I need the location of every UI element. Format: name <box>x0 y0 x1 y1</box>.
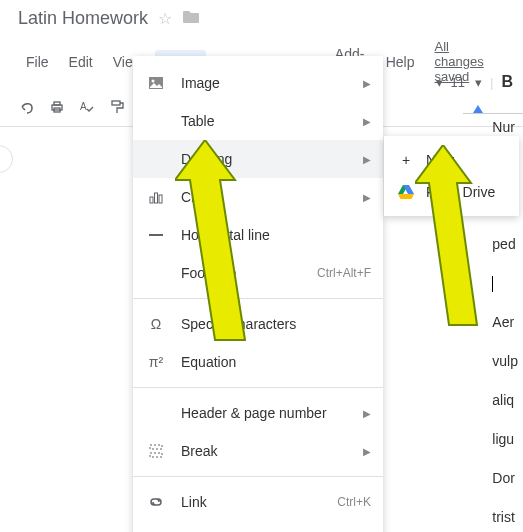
doc-line: vulp <box>492 344 518 379</box>
doc-line: ped <box>492 227 518 262</box>
undo-icon[interactable] <box>18 98 36 116</box>
font-size-dropdown-icon[interactable]: ▾ <box>475 75 482 90</box>
svg-rect-4 <box>112 101 120 105</box>
menu-item-comment: + Comment Ctrl+Alt+M <box>133 521 383 532</box>
bold-button[interactable]: B <box>501 73 513 91</box>
menu-help[interactable]: Help <box>378 50 423 74</box>
menu-file[interactable]: File <box>18 50 57 74</box>
print-icon[interactable] <box>48 98 66 116</box>
plus-icon: + <box>396 152 416 168</box>
header-icon <box>145 402 167 424</box>
chevron-right-icon: ▶ <box>363 408 371 419</box>
menu-label: Equation <box>181 354 371 370</box>
svg-point-6 <box>152 80 155 83</box>
paint-format-icon[interactable] <box>108 98 126 116</box>
chevron-right-icon: ▶ <box>363 446 371 457</box>
menu-label: Table <box>181 113 363 129</box>
svg-rect-7 <box>150 197 153 203</box>
doc-line: Aer <box>492 305 518 340</box>
explore-button[interactable] <box>0 145 13 173</box>
star-icon[interactable]: ☆ <box>158 9 172 28</box>
menu-label: Break <box>181 443 363 459</box>
doc-line: trist <box>492 500 518 532</box>
doc-line: aliq <box>492 383 518 418</box>
toolbar-separator: | <box>490 75 493 90</box>
doc-line: ligu <box>492 422 518 457</box>
horizontal-line-icon <box>145 224 167 246</box>
menu-edit[interactable]: Edit <box>61 50 101 74</box>
menu-item-break[interactable]: Break ▶ <box>133 432 383 470</box>
menu-label: Image <box>181 75 363 91</box>
menu-item-image[interactable]: Image ▶ <box>133 64 383 102</box>
svg-rect-11 <box>150 445 162 449</box>
menu-label: Link <box>181 494 337 510</box>
break-icon <box>145 440 167 462</box>
image-icon <box>145 72 167 94</box>
svg-text:A: A <box>80 101 87 112</box>
folder-icon[interactable] <box>182 9 200 28</box>
table-icon <box>145 110 167 132</box>
chevron-right-icon: ▶ <box>363 78 371 89</box>
pi-icon: π² <box>145 351 167 373</box>
chevron-right-icon: ▶ <box>363 116 371 127</box>
indent-marker-icon[interactable] <box>473 105 483 113</box>
menu-shortcut: Ctrl+K <box>337 495 371 509</box>
omega-icon: Ω <box>145 313 167 335</box>
spellcheck-icon[interactable]: A <box>78 98 96 116</box>
svg-rect-8 <box>155 193 158 203</box>
svg-rect-9 <box>159 195 162 203</box>
doc-title[interactable]: Latin Homework <box>18 8 148 29</box>
drawing-icon <box>145 148 167 170</box>
chart-icon <box>145 186 167 208</box>
font-size-value[interactable]: 11 <box>451 75 465 90</box>
menu-shortcut: Ctrl+Alt+F <box>317 266 371 280</box>
svg-rect-1 <box>54 102 60 105</box>
menu-item-link[interactable]: Link Ctrl+K <box>133 483 383 521</box>
footnote-icon <box>145 262 167 284</box>
doc-line: Dor <box>492 461 518 496</box>
chevron-right-icon: ▶ <box>363 154 371 165</box>
menu-separator <box>133 476 383 477</box>
svg-rect-12 <box>150 453 162 457</box>
annotation-arrow-1 <box>175 140 265 350</box>
menu-item-header[interactable]: Header & page number ▶ <box>133 394 383 432</box>
menu-label: Header & page number <box>181 405 363 421</box>
drive-icon <box>396 185 416 199</box>
font-dropdown-icon[interactable]: ▾ <box>436 75 443 90</box>
menu-item-table[interactable]: Table ▶ <box>133 102 383 140</box>
annotation-arrow-2 <box>415 145 495 335</box>
link-icon <box>145 491 167 513</box>
chevron-right-icon: ▶ <box>363 192 371 203</box>
menu-separator <box>133 387 383 388</box>
doc-line <box>492 266 518 301</box>
